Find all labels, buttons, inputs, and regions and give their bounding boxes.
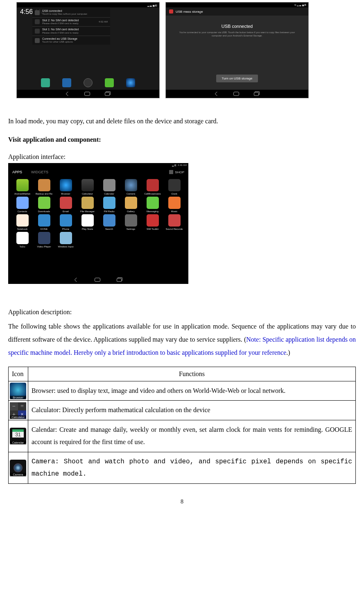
- table-row: 31Calendar Calendar: Create and manage d…: [9, 420, 356, 452]
- status-bar: ▂ ◧ 4:46 AM: [8, 163, 188, 168]
- tab-apps[interactable]: APPS: [12, 170, 22, 174]
- screenshot-1-notification-panel: ▂ ▃ ▅ ◧ 4:56 AM01-01-2012 USB connectedT…: [16, 2, 160, 98]
- contacts-icon: [62, 78, 71, 87]
- home-icon: [95, 278, 100, 282]
- nav-bar: [166, 90, 308, 98]
- applications-table: Icon Functions Browser Browser: used to …: [8, 367, 356, 484]
- browser-description: Browser: used to display text, image and…: [28, 381, 356, 401]
- notification-panel: USB connectedTouch to copy files to/from…: [32, 8, 110, 45]
- phone-icon: [41, 78, 50, 87]
- status-bar: ⧉ ▂ ▃ ▅ ◧: [166, 2, 308, 7]
- app-drawer-tabs: APPS WIDGETS SHOP: [8, 168, 188, 177]
- calendar-icon: 31Calendar: [9, 420, 28, 452]
- screenshot-3-app-drawer: ▂ ◧ 4:46 AM APPS WIDGETS SHOP AndroidMar…: [8, 163, 188, 284]
- tab-widgets[interactable]: WIDGETS: [31, 170, 48, 174]
- home-icon: [84, 92, 90, 96]
- subheading-app-interface: Application interface:: [8, 153, 356, 161]
- camera-description: Camera: Shoot and watch photo and video,…: [28, 452, 356, 484]
- page-number: 8: [8, 499, 356, 505]
- app-grid: AndroidMarket Backup and Re Browser Calc…: [8, 177, 188, 250]
- home-icon: [233, 92, 239, 96]
- screen-header: USB mass storage: [166, 7, 308, 16]
- camera-icon: Camera: [9, 452, 28, 484]
- shop-link[interactable]: SHOP: [169, 170, 184, 174]
- nav-bar: [17, 90, 159, 98]
- header-functions: Functions: [28, 367, 356, 381]
- warning-icon: [35, 19, 40, 24]
- back-icon: [215, 91, 219, 96]
- table-row: Camera Camera: Shoot and watch photo and…: [9, 452, 356, 484]
- notification-item: USB connectedTouch to copy files to/from…: [32, 8, 110, 18]
- paragraph-load-mode: In load mode, you may copy, cut and dele…: [8, 115, 356, 128]
- screenshot-2-usb-storage: ⧉ ▂ ▃ ▅ ◧ USB mass storage USB connected…: [165, 2, 309, 98]
- recent-icon: [105, 92, 110, 96]
- calculator-description: Calculator: Directly perform mathematica…: [28, 401, 356, 420]
- shop-icon: [169, 170, 173, 174]
- warning-icon: [35, 29, 40, 34]
- notification-item: Slot 1: No SIM card detectedPlease check…: [32, 27, 110, 36]
- messaging-icon: [105, 78, 114, 87]
- recent-icon: [117, 278, 122, 282]
- status-bar: ▂ ▃ ▅ ◧: [17, 2, 159, 7]
- calculator-icon: −=+×Calculator: [9, 401, 28, 420]
- notification-item: Connected as USB StorageTouch for other …: [32, 36, 110, 45]
- table-row: Browser Browser: used to display text, i…: [9, 381, 356, 401]
- subheading-app-description: Application description:: [8, 308, 356, 316]
- calendar-description: Calendar: Create and manage daily, weekl…: [28, 420, 356, 452]
- android-icon: [169, 9, 173, 14]
- back-icon: [66, 91, 70, 96]
- table-header-row: Icon Functions: [9, 367, 356, 381]
- dock: [17, 77, 159, 89]
- screenshot-row-top: ▂ ▃ ▅ ◧ 4:56 AM01-01-2012 USB connectedT…: [8, 2, 356, 98]
- usb-icon: [35, 10, 40, 15]
- nav-bar: [8, 276, 188, 284]
- table-row: −=+×Calculator Calculator: Directly perf…: [9, 401, 356, 420]
- back-icon: [74, 277, 79, 282]
- usb-connected-title: USB connected: [166, 24, 308, 29]
- browser-icon: [126, 78, 135, 87]
- paragraph-app-description: The following table shows the applicatio…: [8, 320, 356, 359]
- heading-visit-application: Visit application and component:: [8, 136, 356, 143]
- recent-icon: [254, 92, 259, 96]
- header-icon: Icon: [9, 367, 28, 381]
- notification-item: Slot 2: No SIM card detectedPlease check…: [32, 18, 110, 27]
- browser-icon: Browser: [9, 381, 28, 401]
- usb-connected-subtitle: You're connected to your computer via US…: [166, 31, 308, 38]
- apps-icon: [84, 78, 93, 87]
- usb-icon: [35, 38, 40, 43]
- turn-on-usb-button[interactable]: Turn on USB storage: [216, 75, 258, 82]
